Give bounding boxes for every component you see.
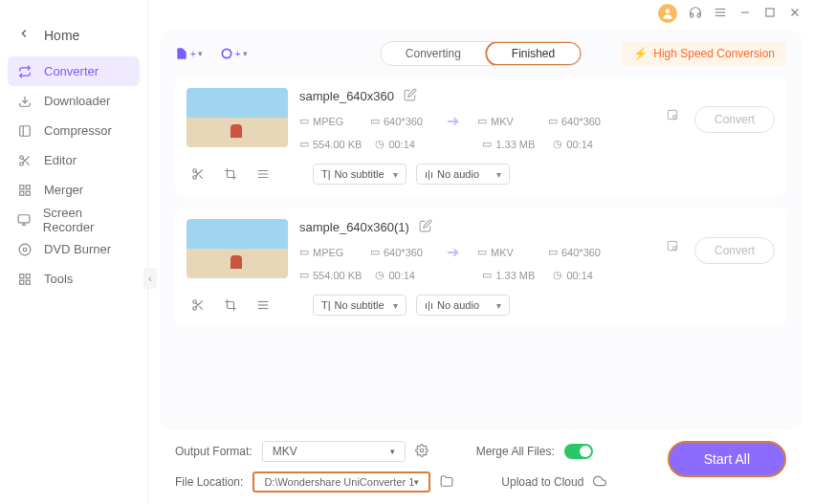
convert-button[interactable]: Convert (694, 106, 775, 133)
start-all-button[interactable]: Start All (668, 441, 786, 477)
chevron-down-icon: ▾ (414, 477, 419, 487)
sidebar-item-editor[interactable]: Editor (0, 145, 147, 175)
open-folder-icon[interactable] (440, 474, 453, 491)
svg-line-36 (196, 172, 198, 174)
sidebar-item-compressor[interactable]: Compressor (0, 116, 147, 145)
dvd-icon (17, 242, 33, 257)
subtitle-dropdown[interactable]: T|No subtitle▾ (313, 164, 406, 185)
dst-size: 1.33 MB (495, 270, 535, 281)
svg-rect-8 (20, 185, 24, 188)
tab-converting[interactable]: Converting (381, 42, 486, 65)
svg-line-6 (26, 162, 29, 164)
maximize-icon[interactable] (763, 6, 777, 22)
settings-icon[interactable] (666, 108, 679, 123)
svg-line-45 (199, 306, 202, 309)
close-icon[interactable] (788, 6, 802, 22)
chevron-down-icon: ▾ (393, 169, 398, 180)
sidebar-item-converter[interactable]: Converter (8, 56, 140, 86)
video-icon: ▭ (477, 246, 487, 258)
settings-icon[interactable] (666, 239, 679, 254)
sidebar-home[interactable]: Home (0, 27, 147, 56)
chevron-down-icon: ▾ (393, 300, 398, 311)
merge-toggle[interactable] (564, 444, 593, 459)
menu-icon[interactable] (714, 6, 727, 22)
resolution-icon: ▭ (548, 115, 558, 127)
src-res: 640*360 (384, 116, 423, 127)
edit-name-icon[interactable] (419, 219, 432, 235)
audio-dropdown[interactable]: ı|ıNo audio▾ (416, 164, 510, 185)
file-name: sample_640x360 (299, 89, 394, 103)
arrow-right-icon: ➔ (441, 243, 464, 261)
card-header: +▾ +▾ Converting Finished ⚡ High Speed C… (175, 42, 786, 65)
video-icon: ▭ (299, 115, 309, 127)
gear-icon[interactable] (415, 444, 428, 460)
folder-icon: ▭ (482, 269, 492, 281)
location-select[interactable]: D:\Wondershare UniConverter 1▾ (253, 471, 430, 493)
output-format-select[interactable]: MKV▾ (262, 441, 406, 462)
trim-button[interactable] (187, 296, 209, 315)
svg-point-41 (673, 247, 677, 251)
convert-button[interactable]: Convert (694, 237, 775, 264)
tab-finished[interactable]: Finished (485, 41, 582, 66)
file-item: sample_640x360(1) ▭MPEG ▭640*360 ➔ ▭MKV … (175, 208, 786, 327)
dst-dur: 00:14 (566, 270, 593, 281)
add-file-button[interactable]: +▾ (175, 47, 203, 60)
sidebar-item-downloader[interactable]: Downloader (0, 86, 147, 116)
main-area: +▾ +▾ Converting Finished ⚡ High Speed C… (148, 0, 813, 504)
folder-icon: ▭ (482, 138, 492, 150)
sidebar-item-label: Compressor (44, 123, 112, 138)
cloud-icon[interactable] (593, 474, 606, 491)
edit-name-icon[interactable] (404, 88, 417, 104)
chevron-down-icon: ▾ (496, 169, 501, 180)
dst-format: MKV (491, 247, 514, 258)
user-avatar-icon[interactable] (658, 4, 677, 23)
svg-point-50 (420, 449, 424, 452)
sidebar-item-tools[interactable]: Tools (0, 264, 147, 294)
crop-button[interactable] (219, 164, 242, 184)
dst-size: 1.33 MB (495, 139, 535, 150)
effects-button[interactable] (252, 296, 275, 315)
file-list: sample_640x360 ▭MPEG ▭640*360 ➔ ▭MKV ▭64… (175, 77, 786, 418)
video-thumbnail[interactable] (187, 88, 288, 147)
header-add-buttons: +▾ +▾ (175, 47, 248, 60)
svg-point-21 (666, 9, 670, 13)
dst-res: 640*360 (561, 247, 601, 258)
trim-button[interactable] (187, 164, 209, 184)
titlebar (148, 0, 813, 27)
audio-dropdown[interactable]: ı|ıNo audio▾ (416, 295, 510, 316)
video-thumbnail[interactable] (187, 219, 288, 278)
svg-point-3 (20, 155, 24, 159)
subtitle-dropdown[interactable]: T|No subtitle▾ (313, 295, 406, 316)
file-name: sample_640x360(1) (299, 220, 409, 234)
high-speed-label: High Speed Conversion (653, 47, 775, 60)
resolution-icon: ▭ (548, 246, 558, 258)
svg-rect-10 (26, 191, 30, 195)
resolution-icon: ▭ (370, 115, 380, 127)
collapse-sidebar-button[interactable]: ‹ (143, 268, 157, 289)
sidebar-item-label: Downloader (44, 94, 110, 108)
svg-rect-12 (19, 214, 31, 222)
sidebar-item-label: Converter (44, 64, 99, 78)
folder-icon: ▭ (299, 138, 309, 150)
resolution-icon: ▭ (370, 246, 380, 258)
sidebar-item-label: Screen Recorder (43, 206, 130, 234)
svg-point-15 (19, 244, 31, 255)
sidebar-item-label: Tools (44, 272, 73, 286)
headset-icon[interactable] (689, 6, 702, 22)
card: +▾ +▾ Converting Finished ⚡ High Speed C… (160, 31, 802, 429)
dst-res: 640*360 (561, 116, 601, 127)
sidebar-item-merger[interactable]: Merger (0, 175, 147, 205)
svg-point-33 (193, 176, 197, 180)
high-speed-badge[interactable]: ⚡ High Speed Conversion (622, 42, 786, 65)
editor-icon (17, 153, 33, 168)
crop-button[interactable] (219, 296, 242, 315)
effects-button[interactable] (252, 164, 275, 184)
svg-line-46 (196, 303, 198, 305)
minimize-icon[interactable] (738, 6, 752, 22)
clock-icon: ◷ (553, 269, 562, 281)
sidebar-item-dvd[interactable]: DVD Burner (0, 234, 147, 264)
recorder-icon (17, 212, 32, 228)
output-format-label: Output Format: (175, 445, 253, 458)
sidebar-item-recorder[interactable]: Screen Recorder (0, 205, 147, 234)
add-url-button[interactable]: +▾ (220, 47, 248, 60)
